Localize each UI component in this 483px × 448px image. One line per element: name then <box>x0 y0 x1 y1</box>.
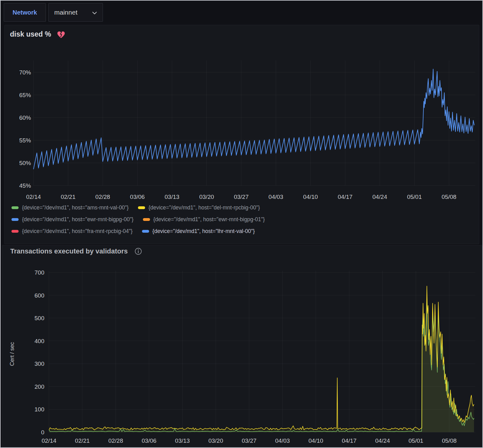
series-color-pill <box>11 206 19 209</box>
x-tick-label: 04/24 <box>375 437 390 444</box>
y-tick-label: 700 <box>34 269 44 276</box>
series-color-pill <box>11 218 19 221</box>
legend-label: {device="/dev/md1", host="del-mnt-rpcbig… <box>148 204 260 211</box>
legend-row: {device="/dev/md1", host="ewr-mnt-bigpg-… <box>11 216 473 223</box>
x-tick-label: 02/28 <box>108 437 123 444</box>
legend-item-lhr-mnt-val-00[interactable]: {device="/dev/md1", host="lhr-mnt-val-00… <box>142 228 255 235</box>
x-tick-label: 04/10 <box>308 437 323 444</box>
legend-label: {device="/dev/md1", host="lhr-mnt-val-00… <box>153 228 255 235</box>
x-tick-label: 03/20 <box>208 437 223 444</box>
x-tick-label: 03/06 <box>130 194 145 200</box>
y-tick-label: 55% <box>19 137 31 144</box>
legend-item-fra-mnt-rpcbig-04[interactable]: {device="/dev/md1", host="fra-mnt-rpcbig… <box>11 228 133 235</box>
y-tick-label: 65% <box>19 92 31 98</box>
network-variable-value: mainnet <box>54 9 78 16</box>
transactions-chart[interactable]: 02/1402/2102/2803/0603/1303/2003/2704/03… <box>2 258 483 447</box>
disk-used-chart[interactable]: 02/1402/2102/2803/0603/1303/2003/2704/03… <box>5 51 480 204</box>
legend-item-ewr-mnt-bigpg-00[interactable]: {device="/dev/md1", host="ewr-mnt-bigpg-… <box>11 216 134 223</box>
legend-row: {device="/dev/md1", host="ams-mnt-val-00… <box>11 204 473 211</box>
y-tick-label: 300 <box>34 361 44 367</box>
network-variable-label: Network <box>4 3 46 22</box>
x-tick-label: 04/10 <box>303 194 318 200</box>
grafana-dashboard: Network mainnet disk used % 02/1402/2102… <box>0 0 483 448</box>
panel-transactions: Transactions executed by validators 02/1… <box>2 245 482 447</box>
x-tick-label: 02/21 <box>61 194 76 200</box>
x-tick-label: 04/03 <box>275 437 290 444</box>
series-color-pill <box>11 230 19 233</box>
legend-label: {device="/dev/md1", host="ewr-mnt-bigpg-… <box>22 216 134 223</box>
y-tick-label: 100 <box>34 406 44 413</box>
x-tick-label: 05/01 <box>409 437 423 444</box>
alert-heart-break-icon <box>57 30 65 38</box>
x-tick-label: 03/27 <box>234 194 249 200</box>
panel-disk-used: disk used % 02/1402/2102/2803/0603/1303/… <box>4 25 479 244</box>
x-tick-label: 02/28 <box>95 194 110 200</box>
x-tick-label: 05/01 <box>407 194 422 200</box>
series-line <box>49 286 474 430</box>
x-tick-label: 04/17 <box>338 194 353 200</box>
x-tick-label: 02/14 <box>26 194 41 200</box>
y-tick-label: 200 <box>34 383 44 390</box>
panel-disk-used-header[interactable]: disk used % <box>10 30 65 38</box>
x-tick-label: 03/06 <box>142 437 157 444</box>
x-tick-label: 05/08 <box>442 194 457 200</box>
series-area-fill <box>49 286 474 432</box>
chevron-down-icon <box>92 11 97 15</box>
y-tick-label: 60% <box>19 114 31 121</box>
series-line <box>33 69 474 169</box>
x-tick-label: 03/13 <box>165 194 179 200</box>
legend-label: {device="/dev/md1", host="ams-mnt-val-00… <box>22 204 129 211</box>
series-color-pill <box>142 230 149 233</box>
legend-item-del-mnt-rpcbig-00[interactable]: {device="/dev/md1", host="del-mnt-rpcbig… <box>138 204 260 211</box>
x-tick-label: 04/24 <box>372 194 387 200</box>
series-line <box>49 299 474 432</box>
series-color-pill <box>138 206 145 209</box>
x-tick-label: 04/17 <box>342 437 357 444</box>
info-circle-icon[interactable] <box>135 248 142 255</box>
x-tick-label: 02/21 <box>75 437 90 444</box>
y-tick-label: 45% <box>19 182 31 189</box>
x-tick-label: 03/27 <box>242 437 257 444</box>
panel-transactions-title: Transactions executed by validators <box>10 247 128 255</box>
y-tick-label: 600 <box>34 292 44 299</box>
x-tick-label: 02/14 <box>42 437 56 444</box>
series-area-fill <box>49 299 474 432</box>
network-variable-label-text: Network <box>13 9 37 16</box>
y-tick-label: 50% <box>19 160 31 166</box>
y-tick-label: 400 <box>34 338 44 344</box>
y-axis-label: Cert / sec <box>9 342 15 366</box>
y-tick-label: 500 <box>34 315 44 321</box>
legend-label: {device="/dev/md1", host="fra-mnt-rpcbig… <box>22 228 133 235</box>
x-tick-label: 03/13 <box>175 437 190 444</box>
x-tick-label: 04/03 <box>268 194 283 200</box>
legend-row: {device="/dev/md1", host="fra-mnt-rpcbig… <box>11 228 473 235</box>
y-tick-label: 0 <box>41 429 44 436</box>
panel-transactions-header[interactable]: Transactions executed by validators <box>10 247 142 255</box>
network-variable-dropdown[interactable]: mainnet <box>48 3 103 22</box>
disk-used-legend: {device="/dev/md1", host="ams-mnt-val-00… <box>11 204 473 235</box>
x-tick-label: 05/08 <box>442 437 457 444</box>
y-tick-label: 70% <box>19 69 31 76</box>
x-tick-label: 03/20 <box>199 194 214 200</box>
legend-label: {device="/dev/md1", host="ewr-mnt-bigpg-… <box>153 216 265 223</box>
series-color-pill <box>143 218 150 221</box>
panel-disk-used-title: disk used % <box>10 30 51 38</box>
legend-item-ams-mnt-val-00[interactable]: {device="/dev/md1", host="ams-mnt-val-00… <box>11 204 129 211</box>
legend-item-ewr-mnt-bigpg-01[interactable]: {device="/dev/md1", host="ewr-mnt-bigpg-… <box>143 216 265 223</box>
